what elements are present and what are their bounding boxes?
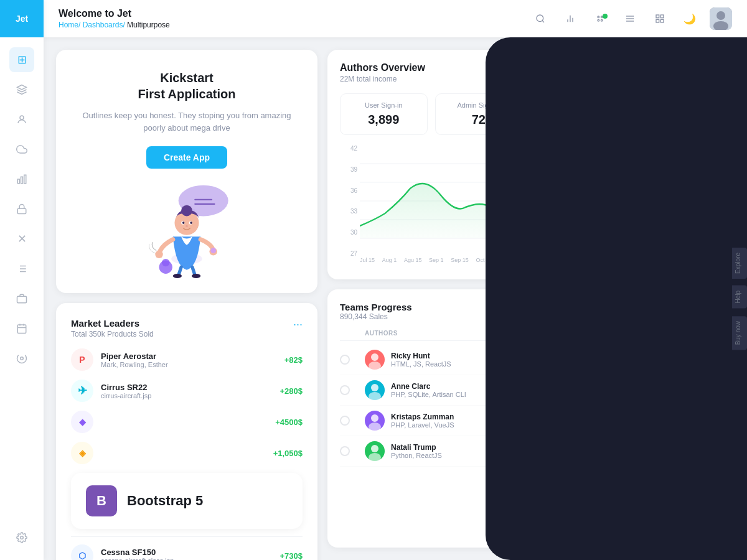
page-title: Welcome to Jet — [59, 8, 170, 19]
kristaps-check[interactable] — [340, 416, 350, 426]
kristaps-info: Kristaps Zumman PHP, Laravel, VueJS — [391, 413, 454, 429]
market-subtitle: Total 350k Products Sold — [71, 330, 154, 338]
piper-sub: Mark, Rowling, Esther — [101, 361, 277, 368]
market-item-cessna: ⬡ Cessna SF150 cessna-aircraft.class.jsp… — [71, 536, 303, 560]
svg-line-19 — [542, 21, 544, 22]
svg-point-51 — [186, 225, 188, 227]
stat-user-value: 3,899 — [349, 113, 418, 127]
help-button[interactable]: Help — [732, 286, 747, 309]
sidebar-item-lock[interactable] — [9, 197, 34, 222]
svg-rect-2 — [21, 177, 23, 184]
avatar-image — [710, 7, 732, 30]
authors-subtitle: 22M total income — [340, 75, 425, 83]
avatar[interactable] — [710, 7, 732, 30]
cessna-value: +730$ — [280, 551, 303, 561]
authors-title-text: Authors Overview — [340, 62, 425, 73]
item3-value: +4500$ — [275, 418, 303, 427]
search-icon[interactable] — [530, 9, 550, 29]
breadcrumb-dashboards[interactable]: Dashboards/ — [83, 21, 125, 29]
sidebar-item-cloud[interactable] — [9, 137, 34, 162]
svg-point-44 — [210, 248, 216, 253]
side-buttons: Explore Help Buy now — [732, 37, 747, 560]
kristaps-avatar — [365, 411, 385, 431]
create-app-button[interactable]: Create App — [146, 146, 227, 169]
sidebar-item-list[interactable] — [9, 256, 34, 281]
svg-rect-30 — [656, 15, 659, 18]
cirrus-info: Cirrus SR22 cirrus-aircraft.jsp — [101, 383, 272, 399]
market-item-cirrus: ✈ Cirrus SR22 cirrus-aircraft.jsp +280$ — [71, 380, 303, 402]
svg-rect-11 — [17, 296, 27, 303]
sidebar-item-settings[interactable] — [9, 525, 34, 550]
svg-point-17 — [21, 536, 24, 539]
item4-logo: ◈ — [71, 442, 93, 464]
bootstrap-label: Bootstrap 5 — [127, 493, 203, 509]
svg-rect-12 — [17, 325, 26, 334]
svg-point-26 — [601, 19, 603, 21]
sidebar-nav: ⊞ ✕ — [9, 37, 34, 515]
kickstart-title: Kickstart First Application — [71, 70, 303, 102]
apps-icon[interactable] — [590, 9, 610, 29]
header-left: Welcome to Jet Home/ Dashboards/ Multipu… — [59, 8, 170, 29]
ricky-check[interactable] — [340, 355, 350, 365]
market-item-piper: P Piper Aerostar Mark, Rowling, Esther +… — [71, 348, 303, 371]
app-logo[interactable]: Jet — [0, 0, 44, 37]
sidebar: Jet ⊞ ✕ — [0, 0, 44, 560]
item3-logo: ◆ — [71, 411, 93, 433]
market-options-button[interactable]: ··· — [293, 318, 303, 331]
natali-check[interactable] — [340, 446, 350, 456]
sidebar-item-adjust[interactable] — [9, 346, 34, 371]
cessna-info: Cessna SF150 cessna-aircraft.class.jsp — [101, 548, 272, 561]
breadcrumb-current: Multipurpose — [127, 21, 170, 29]
anne-avatar — [365, 380, 385, 400]
dark-mode-toggle[interactable]: 🌙 — [680, 9, 700, 29]
bootstrap-card: B Bootstrap 5 — [71, 473, 303, 529]
kickstart-card: Kickstart First Application Outlines kee… — [56, 50, 317, 293]
natali-info: Natali Trump Python, ReactJS — [391, 443, 442, 459]
sidebar-settings — [9, 515, 34, 560]
bootstrap-icon: B — [86, 485, 117, 516]
cirrus-sub: cirrus-aircraft.jsp — [101, 392, 272, 399]
cirrus-logo: ✈ — [71, 380, 93, 402]
sidebar-item-user[interactable] — [9, 107, 34, 132]
analytics-icon[interactable] — [560, 9, 580, 29]
sidebar-item-box[interactable] — [9, 286, 34, 311]
market-title-group: Market Leaders Total 350k Products Sold — [71, 318, 154, 348]
sidebar-item-calendar[interactable] — [9, 316, 34, 341]
svg-point-53 — [192, 274, 200, 278]
market-item-4: ◈ +1,050$ — [71, 442, 303, 464]
item4-value: +1,050$ — [273, 449, 303, 458]
sidebar-item-chart[interactable] — [9, 167, 34, 192]
svg-rect-33 — [660, 19, 664, 22]
svg-point-55 — [162, 259, 169, 266]
explore-button[interactable]: Explore — [732, 248, 747, 279]
kickstart-illustration — [131, 179, 243, 278]
left-column: Kickstart First Application Outlines kee… — [56, 50, 317, 548]
buy-now-button[interactable]: Buy now — [732, 316, 747, 350]
teams-subtitle: 890,344 Sales — [340, 312, 412, 321]
anne-check[interactable] — [340, 385, 350, 395]
market-item-3: ◆ +4500$ — [71, 411, 303, 433]
sidebar-item-layers[interactable] — [9, 77, 34, 102]
logo-text: Jet — [16, 14, 28, 24]
market-title: Market Leaders — [71, 318, 154, 329]
breadcrumb-home[interactable]: Home/ — [59, 21, 80, 29]
cirrus-name: Cirrus SR22 — [101, 383, 272, 392]
teams-title-group: Teams Progress 890,344 Sales — [340, 302, 412, 321]
svg-point-50 — [190, 222, 192, 224]
market-header: Market Leaders Total 350k Products Sold … — [71, 318, 303, 348]
menu-icon[interactable] — [620, 9, 640, 29]
kickstart-description: Outlines keep you honest. They stoping y… — [71, 110, 303, 134]
grid-icon[interactable] — [650, 9, 670, 29]
sidebar-item-close[interactable]: ✕ — [9, 226, 34, 251]
stat-user-label: User Sign-in — [349, 101, 418, 109]
sidebar-item-grid[interactable]: ⊞ — [9, 47, 34, 72]
content-area: Kickstart First Application Outlines kee… — [44, 37, 747, 560]
svg-point-42 — [155, 251, 162, 258]
piper-value: +82$ — [284, 355, 303, 365]
svg-point-66 — [371, 353, 378, 361]
svg-rect-3 — [24, 175, 26, 184]
cessna-name: Cessna SF150 — [101, 548, 272, 557]
svg-rect-32 — [656, 19, 659, 22]
piper-name: Piper Aerostar — [101, 352, 277, 361]
natali-avatar — [365, 441, 385, 461]
